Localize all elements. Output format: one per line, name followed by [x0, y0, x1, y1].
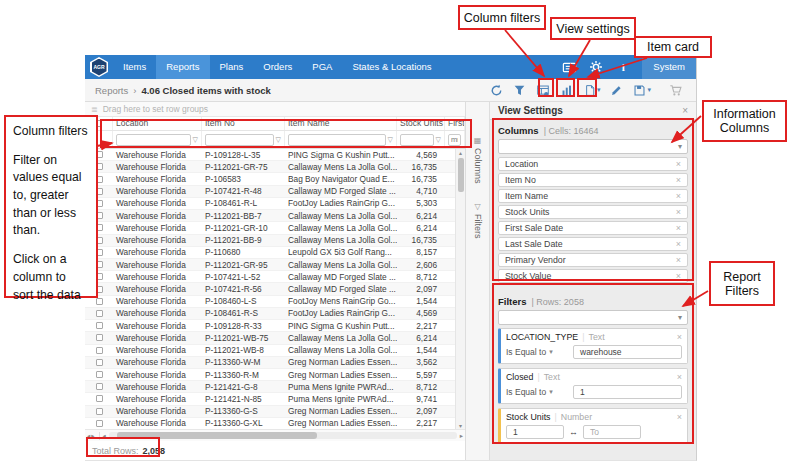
column-header-item-name[interactable]: Item Name — [285, 117, 397, 130]
table-row[interactable]: Warehouse FloridaP-106583Bag Boy Navigat… — [85, 173, 465, 185]
nav-item-pga[interactable]: PGA — [302, 55, 342, 79]
column-item[interactable]: Stock Units× — [498, 205, 688, 219]
column-funnel-icon[interactable]: ▽ — [388, 136, 393, 144]
filter-input-stock-units[interactable] — [400, 134, 434, 146]
remove-filter-icon[interactable]: × — [677, 332, 682, 342]
remove-column-icon[interactable]: × — [676, 271, 681, 281]
column-item[interactable]: Item Name× — [498, 189, 688, 203]
refresh-button[interactable] — [487, 82, 506, 99]
column-item[interactable]: First Sale Date× — [498, 221, 688, 235]
filter-value-input[interactable]: warehouse — [573, 345, 682, 359]
gear-icon[interactable] — [588, 59, 604, 75]
column-header-item-no[interactable]: Item No — [202, 117, 285, 130]
filter-card[interactable]: Closed|Text×Is Equal to▾1 — [498, 368, 688, 404]
remove-column-icon[interactable]: × — [676, 239, 681, 249]
pager-icons[interactable]: ◂▸ — [87, 432, 100, 440]
table-row[interactable]: Warehouse FloridaP-113360-W-MGreg Norman… — [85, 357, 465, 369]
row-checkbox[interactable] — [96, 334, 103, 341]
save-button[interactable]: ▾ — [630, 82, 654, 99]
table-row[interactable]: Warehouse FloridaP-108461-R-LFootJoy Lad… — [85, 198, 465, 210]
scroll-left-icon[interactable]: ◂ — [103, 432, 106, 440]
table-row[interactable]: Warehouse FloridaP-112021-GR-95Callaway … — [85, 259, 465, 271]
view-settings-button[interactable] — [533, 82, 553, 99]
cards-icon[interactable] — [561, 59, 577, 75]
table-row[interactable]: Warehouse FloridaP-109128-L-35PING Sigma… — [85, 149, 465, 161]
item-card-button[interactable] — [557, 82, 577, 99]
filter-to-input[interactable]: To — [583, 425, 641, 439]
breadcrumb-section[interactable]: Reports — [95, 85, 128, 96]
row-checkbox[interactable] — [96, 347, 103, 354]
column-funnel-icon[interactable]: ▽ — [276, 136, 281, 144]
row-checkbox[interactable] — [96, 383, 103, 390]
filter-card[interactable]: Stock Units|Number×1↔To — [498, 408, 688, 444]
filter-value-input[interactable]: 1 — [573, 385, 682, 399]
table-row[interactable]: Warehouse FloridaP-112021-WB-75Callaway … — [85, 332, 465, 344]
row-checkbox[interactable] — [96, 408, 103, 415]
horizontal-scrollbar-track[interactable] — [109, 432, 457, 439]
tab-filters[interactable]: ▽ Filters — [473, 202, 483, 239]
add-filter-dropdown[interactable]: ▾ — [498, 310, 688, 325]
column-funnel-icon[interactable]: ▽ — [436, 136, 441, 144]
row-checkbox[interactable] — [96, 298, 103, 305]
filter-input-item-name[interactable] — [288, 134, 386, 146]
remove-column-icon[interactable]: × — [676, 175, 681, 185]
column-item[interactable]: Primary Vendor× — [498, 253, 688, 267]
scroll-right-icon[interactable]: ▸ — [460, 432, 463, 440]
remove-column-icon[interactable]: × — [676, 223, 681, 233]
column-item[interactable]: Stock Value× — [498, 269, 688, 283]
nav-item-plans[interactable]: Plans — [210, 55, 254, 79]
table-row[interactable]: Warehouse FloridaP-112021-GR-75Callaway … — [85, 161, 465, 173]
table-row[interactable]: Warehouse FloridaP-107421-R-48Callaway M… — [85, 186, 465, 198]
agr-logo[interactable]: AGR — [85, 55, 113, 79]
filter-input-location[interactable] — [116, 134, 191, 146]
edit-button[interactable] — [607, 82, 626, 99]
cart-button[interactable] — [666, 82, 686, 99]
row-checkbox[interactable] — [96, 395, 103, 402]
column-filters-button[interactable] — [510, 82, 529, 99]
nav-item-states-locations[interactable]: States & Locations — [342, 55, 441, 79]
nav-item-reports[interactable]: Reports — [156, 55, 209, 79]
close-icon[interactable]: × — [682, 105, 688, 116]
table-row[interactable]: Warehouse FloridaP-107421-R-56Callaway M… — [85, 283, 465, 295]
table-row[interactable]: Warehouse FloridaP-108461-R-SFootJoy Lad… — [85, 308, 465, 320]
nav-item-system[interactable]: System — [642, 55, 696, 79]
remove-column-icon[interactable]: × — [676, 207, 681, 217]
column-funnel-icon[interactable]: ▽ — [193, 136, 198, 144]
horizontal-scrollbar[interactable]: ◂▸ ◂ ▸ — [85, 429, 465, 441]
remove-column-icon[interactable]: × — [676, 191, 681, 201]
table-row[interactable]: Warehouse FloridaP-113360-G-SGreg Norman… — [85, 406, 465, 418]
tab-columns[interactable]: ▦ Columns — [473, 136, 483, 184]
vertical-scrollbar[interactable]: ▴ ▾ — [455, 149, 465, 429]
table-row[interactable]: Warehouse FloridaP-112021-WB-8Callaway M… — [85, 345, 465, 357]
horizontal-scrollbar-thumb[interactable] — [117, 432, 317, 439]
remove-column-icon[interactable]: × — [676, 159, 681, 169]
table-row[interactable]: Warehouse FloridaP-121421-G-8Puma Mens I… — [85, 381, 465, 393]
filter-from-input[interactable]: 1 — [506, 425, 564, 439]
table-row[interactable]: Warehouse FloridaP-112021-BB-7Callaway M… — [85, 210, 465, 222]
add-column-dropdown[interactable]: ▾ — [498, 139, 688, 154]
table-row[interactable]: Warehouse FloridaP-109128-R-33PING Sigma… — [85, 320, 465, 332]
filter-operator-dropdown[interactable]: Is Equal to▾ — [506, 387, 568, 397]
remove-filter-icon[interactable]: × — [677, 372, 682, 382]
nav-item-orders[interactable]: Orders — [253, 55, 302, 79]
table-row[interactable]: Warehouse FloridaP-108460-L-SFootJoy Men… — [85, 296, 465, 308]
table-row[interactable]: Warehouse FloridaP-113360-G-XLGreg Norma… — [85, 418, 465, 429]
row-checkbox[interactable] — [96, 359, 103, 366]
row-checkbox[interactable] — [96, 371, 103, 378]
row-checkbox[interactable] — [96, 420, 103, 427]
column-header-location[interactable]: Location — [113, 117, 202, 130]
table-row[interactable]: Warehouse FloridaP-113360-R-MGreg Norman… — [85, 369, 465, 381]
row-checkbox[interactable] — [96, 310, 103, 317]
scroll-up-icon[interactable]: ▴ — [459, 149, 462, 156]
export-button[interactable]: ▾ — [581, 82, 604, 99]
filter-input-item-no[interactable] — [205, 134, 274, 146]
scroll-down-icon[interactable]: ▾ — [459, 422, 462, 429]
remove-column-icon[interactable]: × — [676, 255, 681, 265]
nav-item-items[interactable]: Items — [113, 55, 156, 79]
column-item[interactable]: Item No× — [498, 173, 688, 187]
table-row[interactable]: Warehouse FloridaP-112021-BB-9Callaway M… — [85, 235, 465, 247]
vertical-scrollbar-thumb[interactable] — [458, 158, 464, 192]
table-row[interactable]: Warehouse FloridaP-112021-GR-10Callaway … — [85, 222, 465, 234]
row-checkbox[interactable] — [96, 322, 103, 329]
column-item[interactable]: Location× — [498, 157, 688, 171]
